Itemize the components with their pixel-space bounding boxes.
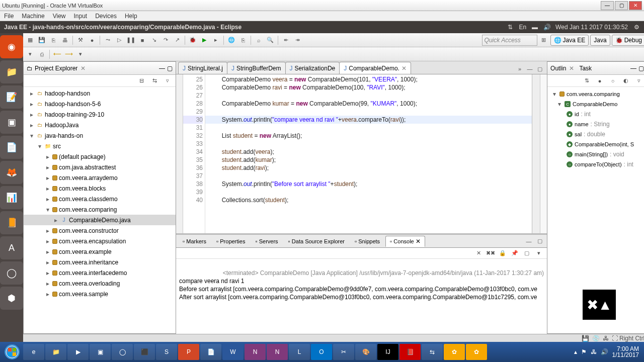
libreoffice-calc-icon[interactable]: 📊 [0,186,23,209]
ie-icon[interactable]: e [23,344,44,360]
minimize-console-button[interactable]: — [524,236,534,246]
skip-button[interactable]: ⤳ [103,35,113,45]
bottom-tab-servers[interactable]: ▫Servers [251,236,282,247]
bottom-tab-data-source-explorer[interactable]: ▫Data Source Explorer [284,236,349,247]
collapse-all-button[interactable]: ⊟ [136,76,146,86]
tray-volume-icon[interactable]: 🔊 [601,348,608,355]
bottom-tab-properties[interactable]: ▫Properties [212,236,250,247]
vb-menu-help[interactable]: Help [125,13,137,20]
powerpoint-icon[interactable]: P [178,344,199,360]
libreoffice-impress-icon[interactable]: 📙 [0,211,23,234]
tree-item[interactable]: ▸com.veera.arraydemo [24,172,176,183]
open-console-button[interactable]: ▾ [534,248,544,258]
maximize-view-button[interactable]: ▢ [167,65,173,72]
scroll-lock-button[interactable]: 🔒 [498,248,508,258]
tree-item[interactable]: ▸(default package) [24,151,176,162]
tree-item[interactable]: ▾📁src [24,141,176,151]
search-button[interactable]: 🔍 [265,35,275,45]
build-button[interactable]: ⚒ [75,35,86,45]
task-tab[interactable]: Task [579,65,592,72]
battery-icon[interactable]: ▬ [531,24,538,31]
notepad-icon[interactable]: 📄 [200,344,221,360]
volume-icon[interactable]: 🔊 [543,24,550,31]
libreoffice-writer-icon[interactable]: 📄 [0,136,23,159]
back-button[interactable]: ⟵ [52,49,62,59]
annotation-prev-button[interactable]: ↞ [281,35,291,45]
debug-button[interactable]: 🐞 [188,35,198,45]
remove-all-button[interactable]: ✖✖ [486,248,496,258]
firefox-icon[interactable]: 🦊 [0,161,23,184]
tree-item[interactable]: ▾com.veera.comparing [24,204,176,215]
onenote2-icon[interactable]: N [267,344,288,360]
gear-icon[interactable]: ⚙ [633,24,640,31]
sort-button[interactable]: ⇅ [582,76,592,86]
open-type-button[interactable]: ⌕ [254,35,264,45]
step-over-button[interactable]: ↷ [160,35,171,45]
close-button[interactable]: ✕ [629,1,642,10]
word-icon[interactable]: W [222,344,244,360]
perspective-javaee[interactable]: 🌐Java EE [550,35,589,46]
link-editor-button[interactable]: ⇆ [149,76,159,86]
tree-item[interactable]: ▸com.veera.classdemo [24,194,176,204]
dash-icon[interactable]: ◉ [0,35,23,58]
editor-tab[interactable]: JSerializationDe [285,62,340,74]
bottom-tab-snippets[interactable]: ▫Snippets [350,236,384,247]
system-clock[interactable]: 7:00 AM1/11/2017 [612,346,639,358]
maximize-console-button[interactable]: ▢ [535,236,545,246]
tree-item[interactable]: ▸com.veera.encapsulation [24,236,176,246]
project-tree[interactable]: ▸🗀hadoop-handson▸🗀hadoop-handson-5-6▸🗀ha… [24,87,176,333]
perspective-debug[interactable]: 🐞Debug [612,35,644,46]
keyboard-lang[interactable]: En [519,24,526,31]
editor-tab[interactable]: JComparableDemo.✕ [339,62,411,74]
suspend-button[interactable]: ❚❚ [126,35,136,45]
close-outline-button[interactable]: ✕ [569,65,574,72]
software-center-icon[interactable]: A [0,236,23,259]
onenote-icon[interactable]: N [245,344,266,360]
run-last-button[interactable]: ▸ [211,35,221,45]
media-player-icon[interactable]: ▶ [67,344,89,360]
annotation-next-button[interactable]: ↠ [292,35,302,45]
tree-item[interactable]: ▸com.veera.interfacedemo [24,267,176,278]
vertical-scrollbar[interactable] [532,74,540,233]
tree-item[interactable]: ▸com.veera.sample [24,289,176,299]
tree-item[interactable]: ▸🗀hadoop-handson-5-6 [24,99,176,109]
console-output[interactable]: <terminated> ComparableDemo [Java Applic… [176,259,547,334]
gotomeeting2-icon[interactable]: ✿ [466,344,487,360]
outline-menu-button[interactable]: ▿ [634,76,644,86]
network-icon[interactable]: ⇅ [507,24,514,31]
pin-console-button[interactable]: 📌 [510,248,520,258]
pdf-icon[interactable]: 📕 [399,344,421,360]
quick-access-input[interactable]: Quick Access [482,35,537,46]
tree-item[interactable]: ▸🗀hadoop-training-29-10 [24,109,176,120]
files-icon[interactable]: 📁 [0,60,23,83]
hide-static-button[interactable]: ○ [608,76,618,86]
toggle-breakpoint-button[interactable]: ● [87,35,97,45]
tree-item[interactable]: ▸com.veera.constructor [24,225,176,236]
start-button[interactable] [2,344,22,360]
new-jsp-button[interactable]: ⎘ [238,35,248,45]
tree-item[interactable]: ▸🗀hadoop-handson [24,88,176,99]
view-menu-button[interactable]: ▿ [163,76,173,86]
perspective-java[interactable]: Java [590,35,610,46]
winscp-icon[interactable]: ⇆ [422,344,443,360]
step-return-button[interactable]: ↗ [172,35,182,45]
new-server-button[interactable]: 🌐 [226,35,236,45]
display-selected-button[interactable]: ▢ [522,248,532,258]
open-perspective-button[interactable]: ⊞ [539,35,549,45]
drop-down-button[interactable]: ▾ [75,49,86,59]
clock[interactable]: Wed Jan 11 2017 01:30:52 [555,24,628,31]
app-icon[interactable]: ⬢ [0,287,23,310]
paint-icon[interactable]: 🎨 [355,344,376,360]
show-list-button[interactable]: » [515,64,525,74]
save-all-button[interactable]: ⎘ [48,35,58,45]
vb-menu-devices[interactable]: Devices [95,13,117,20]
vb-menu-file[interactable]: File [4,13,14,20]
maximize-outline-button[interactable]: ▢ [638,65,644,72]
close-view-button[interactable]: ✕ [80,65,86,72]
minimize-button[interactable]: — [601,1,614,10]
tray-flag-icon[interactable]: ⚑ [581,348,587,355]
terminate-button[interactable]: ■ [137,35,147,45]
outlook-icon[interactable]: O [311,344,332,360]
chrome-icon[interactable]: ◯ [0,261,23,285]
tray-chevron-icon[interactable]: ▴ [574,348,577,355]
